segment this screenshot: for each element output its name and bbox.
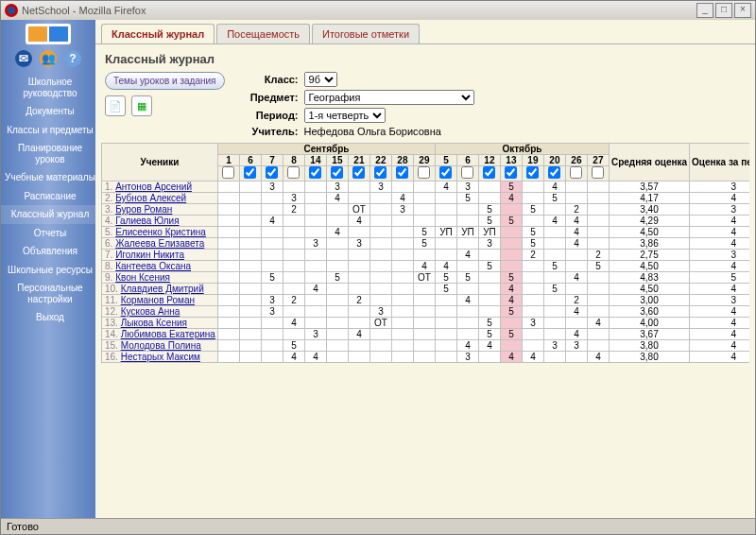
grade-cell[interactable] (261, 250, 283, 261)
grade-cell[interactable] (565, 181, 587, 193)
grade-cell[interactable] (435, 329, 456, 340)
grade-cell[interactable]: ОТ (369, 318, 391, 329)
sidebar-item-11[interactable]: Выход (1, 308, 99, 327)
grade-cell[interactable]: 5 (500, 272, 522, 284)
grade-cell[interactable]: 3 (304, 329, 326, 340)
grade-cell[interactable]: 5 (326, 272, 348, 284)
day-header[interactable]: 7 (261, 155, 283, 166)
grade-cell[interactable] (543, 250, 565, 261)
grade-cell[interactable] (261, 352, 283, 363)
grade-cell[interactable]: 5 (543, 193, 565, 204)
grade-cell[interactable]: 4 (565, 329, 587, 340)
grade-cell[interactable] (283, 261, 304, 272)
grade-cell[interactable]: 4 (283, 352, 304, 363)
day-header[interactable]: 20 (543, 155, 565, 166)
grade-cell[interactable]: 3 (369, 306, 391, 318)
grade-cell[interactable] (587, 284, 609, 295)
grade-cell[interactable]: УП (478, 227, 500, 238)
grade-cell[interactable] (239, 340, 261, 352)
grade-cell[interactable] (478, 284, 500, 295)
grade-cell[interactable]: 5 (543, 284, 565, 295)
day-checkbox[interactable] (548, 166, 560, 179)
grade-cell[interactable]: 3 (543, 340, 565, 352)
grade-cell[interactable]: 4 (500, 284, 522, 295)
grade-cell[interactable]: 3 (348, 238, 369, 250)
grade-cell[interactable] (348, 227, 369, 238)
grade-cell[interactable]: 4 (304, 284, 326, 295)
grade-cell[interactable]: 5 (478, 216, 500, 227)
grade-cell[interactable] (369, 216, 391, 227)
grade-cell[interactable] (413, 306, 435, 318)
grade-cell[interactable] (283, 250, 304, 261)
tab-0[interactable]: Классный журнал (101, 24, 215, 43)
grade-cell[interactable]: 4 (456, 295, 478, 306)
grade-cell[interactable] (239, 193, 261, 204)
grade-cell[interactable] (522, 295, 543, 306)
grade-cell[interactable]: 3 (261, 295, 283, 306)
grade-cell[interactable] (261, 204, 283, 216)
grade-cell[interactable] (261, 261, 283, 272)
grade-cell[interactable] (587, 340, 609, 352)
grade-cell[interactable] (217, 318, 239, 329)
grade-cell[interactable] (261, 238, 283, 250)
grade-cell[interactable] (413, 318, 435, 329)
grade-cell[interactable] (413, 204, 435, 216)
grade-cell[interactable] (413, 193, 435, 204)
grade-cell[interactable] (304, 216, 326, 227)
grade-cell[interactable]: 5 (283, 340, 304, 352)
grade-cell[interactable] (543, 329, 565, 340)
grade-cell[interactable] (391, 238, 413, 250)
grade-cell[interactable] (217, 227, 239, 238)
grade-cell[interactable]: 5 (478, 329, 500, 340)
grade-cell[interactable]: УП (456, 227, 478, 238)
grade-cell[interactable] (413, 250, 435, 261)
grade-cell[interactable]: ОТ (348, 204, 369, 216)
grade-cell[interactable] (391, 216, 413, 227)
grade-cell[interactable]: 5 (543, 261, 565, 272)
grade-cell[interactable]: 5 (500, 329, 522, 340)
maximize-button[interactable]: □ (715, 3, 732, 18)
grade-cell[interactable] (413, 340, 435, 352)
grade-cell[interactable]: 2 (283, 204, 304, 216)
grade-cell[interactable] (304, 340, 326, 352)
grade-cell[interactable]: 4 (565, 306, 587, 318)
grade-cell[interactable] (456, 284, 478, 295)
day-checkbox[interactable] (461, 166, 473, 179)
student-link[interactable]: Бубнов Алексей (115, 193, 186, 203)
student-link[interactable]: Кускова Анна (121, 306, 180, 317)
grade-cell[interactable]: 4 (543, 181, 565, 193)
day-checkbox[interactable] (505, 166, 517, 179)
grade-cell[interactable]: 4 (500, 352, 522, 363)
grade-cell[interactable]: 5 (435, 272, 456, 284)
grade-cell[interactable] (239, 284, 261, 295)
help-icon[interactable]: ? (64, 50, 81, 67)
grade-cell[interactable] (391, 250, 413, 261)
sidebar-item-2[interactable]: Классы и предметы (1, 121, 99, 140)
day-header[interactable]: 15 (326, 155, 348, 166)
grade-cell[interactable]: ОТ (413, 272, 435, 284)
grade-cell[interactable]: 5 (456, 193, 478, 204)
grade-cell[interactable] (369, 295, 391, 306)
grade-cell[interactable] (522, 306, 543, 318)
grade-cell[interactable]: 4 (326, 193, 348, 204)
grade-cell[interactable]: 3 (261, 306, 283, 318)
mail-icon[interactable]: ✉ (15, 50, 32, 67)
grade-cell[interactable]: 3 (391, 204, 413, 216)
grade-cell[interactable]: 5 (413, 227, 435, 238)
day-header[interactable]: 27 (587, 155, 609, 166)
grade-cell[interactable] (522, 261, 543, 272)
grade-cell[interactable] (413, 352, 435, 363)
grade-cell[interactable]: 4 (456, 340, 478, 352)
grade-cell[interactable]: 3 (456, 352, 478, 363)
grade-cell[interactable]: 5 (478, 204, 500, 216)
grade-cell[interactable] (456, 238, 478, 250)
grade-cell[interactable]: 4 (326, 227, 348, 238)
day-checkbox[interactable] (352, 166, 365, 179)
grade-cell[interactable] (435, 204, 456, 216)
grade-cell[interactable]: 4 (500, 295, 522, 306)
grade-cell[interactable] (239, 261, 261, 272)
grade-cell[interactable] (348, 261, 369, 272)
student-link[interactable]: Любимова Екатерина (121, 329, 215, 339)
close-button[interactable]: × (734, 3, 751, 18)
grade-cell[interactable] (326, 352, 348, 363)
